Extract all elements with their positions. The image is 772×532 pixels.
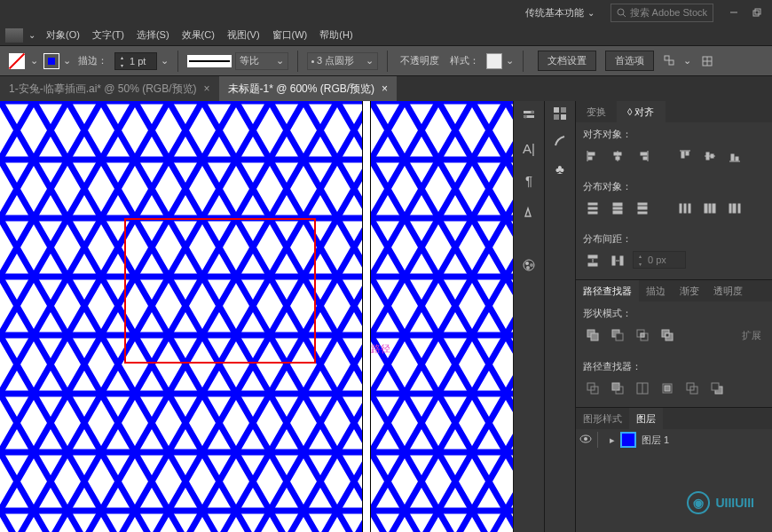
menu-select[interactable]: 选择(S): [137, 28, 169, 42]
artboard[interactable]: 路径: [0, 101, 513, 532]
svg-rect-62: [612, 256, 615, 265]
dock-icon-swatches[interactable]: [553, 106, 567, 122]
app-icon[interactable]: [5, 28, 23, 43]
pf-unite[interactable]: [583, 325, 603, 345]
minimize-button[interactable]: [722, 4, 745, 21]
layer-row[interactable]: ▸ 图层 1: [576, 429, 772, 450]
align-left[interactable]: [583, 146, 603, 166]
dist-space-v[interactable]: [583, 251, 603, 270]
visibility-icon[interactable]: [579, 434, 592, 445]
control-icon-1[interactable]: [660, 51, 680, 71]
stroke-weight-input[interactable]: [128, 56, 154, 66]
svg-rect-28: [616, 157, 619, 160]
panel-column: 变换 ◊ 对齐 对齐对象： 分布对象：: [575, 101, 772, 532]
distribute-objects-label: 分布对象：: [583, 180, 765, 193]
document-setup-button[interactable]: 文档设置: [538, 51, 596, 71]
dist-right[interactable]: [725, 199, 744, 218]
canvas-area[interactable]: 路径: [0, 101, 513, 532]
menu-effect[interactable]: 效果(C): [182, 28, 215, 42]
align-right[interactable]: [633, 146, 652, 166]
tab-transparency[interactable]: 透明度: [706, 280, 750, 301]
align-vcenter[interactable]: [700, 146, 720, 166]
dock-icon-paragraph[interactable]: ¶: [519, 170, 539, 190]
dist-space-h[interactable]: [608, 251, 627, 270]
dist-bottom[interactable]: [633, 199, 652, 218]
layers-tabs: 图形样式 图层: [576, 408, 772, 429]
stroke-profile-dropdown[interactable]: 等比⌄: [235, 52, 288, 70]
tab-panel-stroke[interactable]: 描边: [639, 280, 673, 301]
control-icon-2[interactable]: [697, 51, 717, 71]
spacing-input: [646, 254, 673, 265]
svg-rect-59: [588, 255, 597, 258]
dist-left[interactable]: [675, 199, 695, 218]
tab-pathfinder[interactable]: 路径查找器: [576, 280, 639, 301]
layer-name[interactable]: 图层 1: [642, 434, 669, 447]
restore-button[interactable]: [745, 4, 768, 21]
close-icon[interactable]: ×: [204, 82, 210, 95]
svg-rect-19: [554, 107, 559, 113]
svg-rect-6: [669, 60, 674, 65]
align-hcenter[interactable]: [608, 146, 627, 166]
stroke-weight-menu[interactable]: ⌄: [161, 55, 169, 66]
dist-hcenter[interactable]: [700, 199, 720, 218]
layer-thumbnail[interactable]: [620, 432, 636, 448]
fill-swatch[interactable]: [7, 51, 27, 71]
search-adobe-stock[interactable]: 搜索 Adobe Stock: [611, 4, 713, 22]
svg-rect-40: [736, 157, 738, 160]
style-swatch[interactable]: [486, 53, 502, 69]
tab-align[interactable]: ◊ 对齐: [617, 101, 666, 122]
tab-graphic-styles[interactable]: 图形样式: [576, 408, 629, 429]
dock-icon-color[interactable]: [519, 255, 539, 275]
workspace-switcher[interactable]: 传统基本功能⌄: [518, 4, 602, 21]
dist-vcenter[interactable]: [608, 199, 627, 218]
svg-rect-41: [588, 203, 597, 205]
style-menu[interactable]: ⌄: [506, 55, 514, 66]
pf-exclude[interactable]: [658, 325, 677, 345]
menu-window[interactable]: 窗口(W): [272, 28, 308, 42]
tab-doc-2[interactable]: 未标题-1* @ 600% (RGB/预览)×: [219, 76, 398, 101]
pf-trim[interactable]: [608, 379, 627, 398]
pf-divide[interactable]: [583, 379, 603, 398]
dock-icon-symbols[interactable]: ♣: [555, 161, 564, 176]
menu-help[interactable]: 帮助(H): [319, 28, 352, 42]
tab-doc-1[interactable]: 1-安兔-临摹插画.ai* @ 50% (RGB/预览)×: [0, 76, 219, 101]
svg-rect-25: [588, 157, 592, 160]
tab-gradient[interactable]: 渐变: [673, 280, 706, 301]
pf-merge[interactable]: [633, 379, 652, 398]
control-icon-1-menu[interactable]: ⌄: [683, 55, 691, 66]
tab-layers[interactable]: 图层: [629, 408, 663, 429]
pf-crop[interactable]: [658, 379, 677, 398]
opacity-label[interactable]: 不透明度: [400, 54, 439, 67]
pf-intersect[interactable]: [633, 325, 652, 345]
brush-dropdown[interactable]: 3 点圆形⌄: [307, 52, 378, 70]
align-bottom[interactable]: [725, 146, 744, 166]
menu-view[interactable]: 视图(V): [227, 28, 260, 42]
dist-top[interactable]: [583, 199, 603, 218]
dock-icon-brushes[interactable]: [554, 135, 566, 149]
preferences-button[interactable]: 首选项: [605, 51, 654, 71]
expand-arrow-icon[interactable]: ▸: [610, 434, 615, 446]
stroke-weight-spinner[interactable]: ▴▾: [115, 53, 128, 69]
svg-rect-53: [705, 204, 707, 213]
dock-icon-pen[interactable]: [519, 202, 539, 222]
svg-point-88: [584, 437, 587, 441]
lock-column[interactable]: [597, 432, 604, 448]
menu-type[interactable]: 文字(T): [92, 28, 124, 42]
stroke-weight-field[interactable]: ▴▾: [114, 52, 157, 70]
stroke-swatch[interactable]: [43, 53, 59, 69]
pf-minus-back[interactable]: [707, 379, 727, 398]
tab-transform[interactable]: 变换: [576, 101, 617, 122]
stroke-profile-thumb[interactable]: [187, 55, 232, 67]
dock-icon-type[interactable]: A|: [519, 138, 539, 158]
svg-point-18: [526, 266, 530, 270]
svg-rect-54: [709, 204, 711, 213]
close-icon[interactable]: ×: [382, 82, 388, 95]
stroke-swatch-menu[interactable]: ⌄: [63, 55, 71, 66]
fill-swatch-menu[interactable]: ⌄: [30, 55, 38, 66]
pf-outline[interactable]: [682, 379, 702, 398]
dock-icon-properties[interactable]: [519, 106, 539, 126]
app-menu-chevron[interactable]: ⌄: [28, 30, 35, 40]
pf-minus-front[interactable]: [608, 325, 627, 345]
menu-object[interactable]: 对象(O): [46, 28, 80, 42]
align-top[interactable]: [675, 146, 695, 166]
